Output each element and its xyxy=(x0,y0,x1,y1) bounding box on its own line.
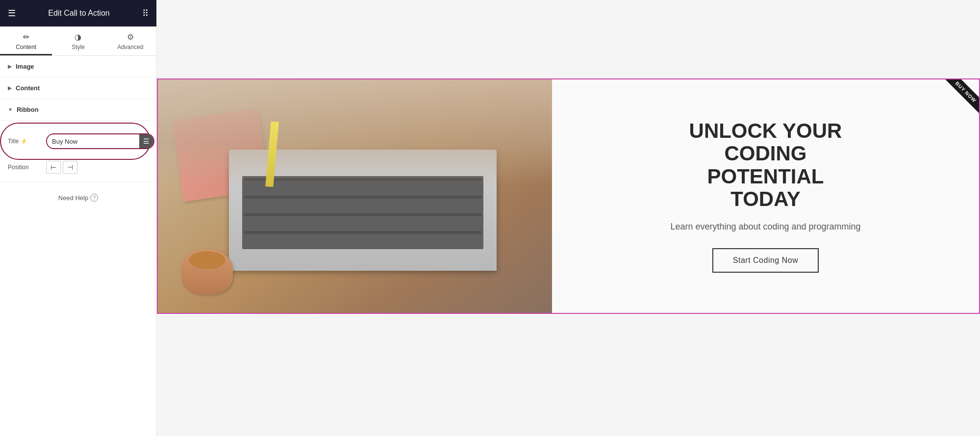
main-canvas: ◀ xyxy=(157,0,980,436)
title-input-wrapper: ☰ xyxy=(46,133,154,149)
hamburger-icon[interactable]: ☰ xyxy=(8,8,16,19)
hands-overlay xyxy=(158,79,552,184)
position-left-button[interactable]: ⊢ xyxy=(46,161,61,174)
cta-start-button[interactable]: Start Coding Now xyxy=(712,248,819,273)
cta-subtext: Learn everything about coding and progra… xyxy=(670,220,860,233)
image-arrow-icon: ▶ xyxy=(8,64,12,69)
tab-advanced[interactable]: ⚙ Advanced xyxy=(104,26,156,55)
ribbon-section-label: Ribbon xyxy=(17,106,39,113)
laptop-keyboard xyxy=(242,176,483,249)
cta-content-side: BUY NOW UNLOCK YOUR CODING POTENTIAL TOD… xyxy=(552,79,979,313)
need-help-label: Need Help xyxy=(58,194,88,202)
position-right-button[interactable]: ⊣ xyxy=(63,161,77,174)
cta-widget: BUY NOW UNLOCK YOUR CODING POTENTIAL TOD… xyxy=(157,78,980,314)
cta-headline: UNLOCK YOUR CODING POTENTIAL TODAY xyxy=(689,120,842,210)
need-help-link[interactable]: Need Help ? xyxy=(8,194,149,202)
tab-content[interactable]: ✏ Content xyxy=(0,26,52,55)
tab-content-label: Content xyxy=(16,44,36,51)
sidebar: ☰ Edit Call to Action ⠿ ✏ Content ◑ Styl… xyxy=(0,0,157,436)
image-section-label: Image xyxy=(16,63,34,70)
title-field-row: Title ⚡ ☰ xyxy=(8,128,149,154)
position-buttons: ⊢ ⊣ xyxy=(46,161,77,174)
grid-icon[interactable]: ⠿ xyxy=(142,8,149,19)
sidebar-content: ▶ Image ▶ Content ▼ Ribbon Title ⚡ xyxy=(0,56,156,436)
style-tab-icon: ◑ xyxy=(75,32,81,42)
content-section-header[interactable]: ▶ Content xyxy=(0,77,156,99)
tab-style[interactable]: ◑ Style xyxy=(52,26,104,55)
position-label: Position xyxy=(8,164,42,171)
coffee-cup xyxy=(181,250,233,294)
tab-style-label: Style xyxy=(72,44,85,51)
title-options-button[interactable]: ☰ xyxy=(139,134,153,148)
ribbon-section-body: Title ⚡ ☰ Position ⊢ ⊣ xyxy=(0,121,156,182)
need-help-section: Need Help ? xyxy=(0,182,156,213)
canvas-area: ◀ xyxy=(157,78,980,436)
ribbon-corner: BUY NOW xyxy=(930,79,979,128)
cta-image-side xyxy=(158,79,552,313)
content-arrow-icon: ▶ xyxy=(8,85,12,91)
title-input-container: ☰ xyxy=(46,133,154,149)
ribbon-section-header[interactable]: ▼ Ribbon xyxy=(0,99,156,121)
image-section-header[interactable]: ▶ Image xyxy=(0,56,156,77)
title-field-label: Title ⚡ xyxy=(8,138,42,145)
tab-advanced-label: Advanced xyxy=(117,44,143,51)
sidebar-header: ☰ Edit Call to Action ⠿ xyxy=(0,0,156,26)
sidebar-title: Edit Call to Action xyxy=(48,9,109,18)
content-tab-icon: ✏ xyxy=(23,32,29,42)
advanced-tab-icon: ⚙ xyxy=(127,32,134,42)
help-circle-icon: ? xyxy=(90,194,98,202)
content-section-label: Content xyxy=(16,84,40,92)
ribbon-arrow-icon: ▼ xyxy=(8,107,13,112)
title-input[interactable] xyxy=(47,135,139,148)
position-row: Position ⊢ ⊣ xyxy=(8,161,149,174)
dynamic-tag-icon: ⚡ xyxy=(21,138,27,145)
tabs-bar: ✏ Content ◑ Style ⚙ Advanced xyxy=(0,26,156,56)
ribbon-corner-text: BUY NOW xyxy=(943,79,979,115)
